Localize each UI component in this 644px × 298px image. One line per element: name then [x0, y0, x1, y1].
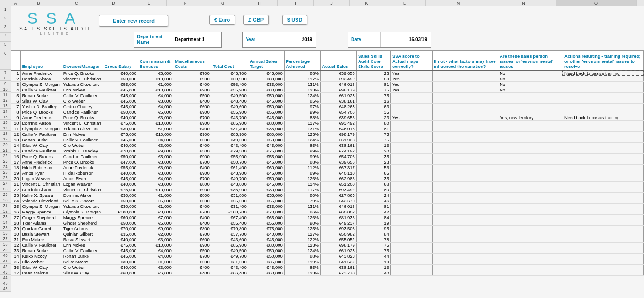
cell-emp[interactable]: Olympia S. Morgan [20, 126, 62, 131]
cell-factors[interactable] [432, 176, 498, 181]
cell-total[interactable]: €108,700 [211, 209, 248, 214]
cell-maps[interactable] [390, 181, 432, 187]
cell-salary[interactable]: €75,000 [103, 131, 138, 137]
column-header-J[interactable]: J [314, 0, 350, 6]
cell-mgr[interactable]: Yolanda Cleveland [62, 81, 103, 87]
cell-maps[interactable] [390, 142, 432, 148]
cell-mgr[interactable]: Dominic Alston [62, 192, 103, 198]
cell-maps[interactable] [390, 220, 432, 225]
cell-mgr[interactable]: Clio Weber [62, 264, 103, 270]
table-row[interactable]: 20Logan WeaverAmos Ryan€45,000€4,000€700… [11, 176, 643, 181]
row-header-41[interactable]: 41 [0, 258, 11, 264]
row-header-29[interactable]: 29 [0, 192, 11, 197]
cell-maps[interactable] [390, 248, 432, 253]
cell-comm[interactable]: €7,000 [138, 214, 173, 220]
column-header-O[interactable]: O [556, 0, 637, 6]
cell-total[interactable]: €50,700 [211, 159, 248, 164]
cell-actual[interactable]: €39,656 [320, 159, 356, 164]
date-field[interactable]: Date 16/03/19 [348, 32, 431, 48]
cell-comm[interactable]: €4,000 [138, 253, 173, 259]
cell-actions[interactable] [563, 242, 643, 248]
cell-score[interactable]: 23 [356, 159, 390, 164]
cell-mgr[interactable]: Erin Mckee [62, 242, 103, 248]
cell-actions[interactable]: Need back to basics training [563, 115, 643, 120]
table-row[interactable]: 9Anne FrederickPrice Q. Brooks€40,000€3,… [11, 115, 643, 120]
col-header[interactable]: Gross Salary [103, 51, 138, 70]
cell-maps[interactable] [390, 148, 432, 153]
cell-target[interactable]: €50,000 [248, 137, 284, 142]
cell-n[interactable]: 36 [11, 264, 20, 270]
cell-issues[interactable]: Yes, new territory [498, 115, 563, 120]
cell-actual[interactable]: €81,936 [320, 214, 356, 220]
cell-comm[interactable]: €4,000 [138, 176, 173, 181]
cell-n[interactable]: 18 [11, 164, 20, 170]
cell-score[interactable]: 75 [356, 131, 390, 137]
cell-issues[interactable] [498, 253, 563, 259]
cell-score[interactable]: 78 [356, 237, 390, 242]
cell-target[interactable]: €45,000 [248, 170, 284, 176]
cell-emp[interactable]: Olympia S. Morgan [20, 203, 62, 209]
cell-factors[interactable] [432, 170, 498, 176]
cell-maps[interactable]: Yes [390, 115, 432, 120]
cell-actions[interactable] [563, 270, 643, 275]
cell-actions[interactable] [563, 131, 643, 137]
cell-maps[interactable] [390, 192, 432, 198]
cell-actual[interactable]: €40,110 [320, 170, 356, 176]
cell-factors[interactable] [432, 87, 498, 92]
cell-pct[interactable]: 85% [284, 142, 320, 148]
cell-issues[interactable] [498, 203, 563, 209]
table-row[interactable]: 15Candice FaulknerYoshio D. Bradley€70,0… [11, 148, 643, 153]
cell-emp[interactable]: Yoshio D. Bradley [20, 103, 62, 109]
col-header[interactable]: Division/Manager [62, 51, 103, 70]
cell-issues[interactable]: No [498, 76, 563, 81]
cell-issues[interactable] [498, 192, 563, 198]
cell-actual[interactable]: €54,706 [320, 153, 356, 159]
cell-actual[interactable]: €98,179 [320, 131, 356, 137]
cell-actual[interactable]: €46,016 [320, 203, 356, 209]
cell-factors[interactable] [432, 225, 498, 231]
cell-issues[interactable]: No [498, 70, 563, 76]
cell-comm[interactable]: €10,000 [138, 131, 173, 137]
row-header-19[interactable]: 19 [0, 136, 11, 142]
cell-issues[interactable] [498, 176, 563, 181]
cell-factors[interactable] [432, 264, 498, 270]
cell-target[interactable]: €45,000 [248, 181, 284, 187]
table-row[interactable]: 16Price Q. BrooksCandice Faulkner€50,000… [11, 153, 643, 159]
cell-actual[interactable]: €39,656 [320, 70, 356, 76]
cell-emp[interactable]: Callie V. Faulkner [20, 87, 62, 92]
cell-target[interactable]: €55,000 [248, 109, 284, 115]
cell-n[interactable]: 19 [11, 170, 20, 176]
cell-salary[interactable]: €45,000 [103, 98, 138, 103]
cell-score[interactable]: 95 [356, 225, 390, 231]
cell-salary[interactable]: €60,000 [103, 214, 138, 220]
cell-pct[interactable]: 88% [284, 70, 320, 76]
cell-salary[interactable]: €30,000 [103, 203, 138, 209]
col-header[interactable]: Sales Skills Audit Core Skills Score [356, 51, 390, 70]
cell-pct[interactable]: 85% [284, 264, 320, 270]
cell-target[interactable]: €80,000 [248, 76, 284, 81]
cell-comm[interactable]: €1,000 [138, 126, 173, 131]
cell-score[interactable]: 19 [356, 220, 390, 225]
cell-mgr[interactable]: Price Q. Brooks [62, 159, 103, 164]
cell-target[interactable]: €55,000 [248, 220, 284, 225]
cell-n[interactable]: 29 [11, 225, 20, 231]
column-header-I[interactable]: I [278, 0, 314, 6]
cell-factors[interactable] [432, 192, 498, 198]
cell-n[interactable]: 31 [11, 237, 20, 242]
cell-n[interactable]: 14 [11, 142, 20, 148]
cell-factors[interactable] [432, 137, 498, 142]
cell-factors[interactable] [432, 70, 498, 76]
table-row[interactable]: 8Price Q. BrooksCandice Faulkner€50,000€… [11, 109, 643, 115]
cell-issues[interactable] [498, 126, 563, 131]
cell-factors[interactable] [432, 237, 498, 242]
cell-misc[interactable]: €700 [173, 209, 211, 214]
cell-actions[interactable] [563, 203, 643, 209]
cell-total[interactable]: €31,400 [211, 126, 248, 131]
cell-pct[interactable]: 89% [284, 170, 320, 176]
row-header-1[interactable]: 1 [0, 6, 11, 15]
cell-score[interactable]: 75 [356, 137, 390, 142]
cell-maps[interactable] [390, 187, 432, 192]
cell-misc[interactable]: €900 [173, 187, 211, 192]
column-header-L[interactable]: L [384, 0, 426, 6]
cell-score[interactable]: 35 [356, 176, 390, 181]
